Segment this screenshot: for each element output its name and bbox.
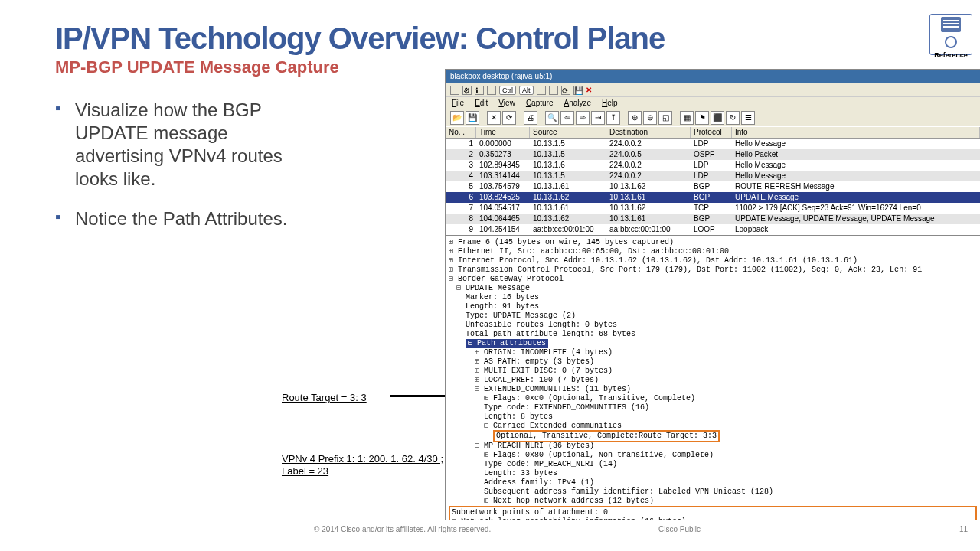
detail-line: Subnetwork points of attachment: 0 [452, 508, 974, 517]
print-icon[interactable]: 🖨 [524, 111, 537, 125]
col-time[interactable]: Time [476, 127, 530, 138]
col-protocol[interactable]: Protocol [691, 127, 732, 138]
stop-icon[interactable]: ⬛ [710, 111, 724, 125]
menu-analyze[interactable]: Analyze [564, 97, 591, 109]
packet-row[interactable]: 9104.254154aa:bb:cc:00:01:00aa:bb:cc:00:… [446, 224, 980, 235]
detail-line[interactable]: ⊞ AS_PATH: empty (3 bytes) [449, 357, 977, 367]
footer-copyright: © 2014 Cisco and/or its affiliates. All … [314, 525, 491, 533]
detail-path-attributes[interactable]: ⊟ Path attributes [449, 339, 977, 348]
close-icon[interactable]: ✕ [487, 111, 501, 125]
save-icon[interactable]: 💾 [573, 86, 583, 95]
reload-icon[interactable]: ⟳ [502, 111, 516, 125]
packet-row[interactable]: 6103.82452510.13.1.6210.13.1.61BGPUPDATE… [446, 192, 980, 203]
reference-badge: Reference [929, 14, 972, 55]
col-destination[interactable]: Destination [606, 127, 691, 138]
annotation-route-target: Route Target = 3: 3 [280, 389, 368, 407]
detail-line: Marker: 16 bytes [449, 293, 977, 302]
packet-row[interactable]: 5103.75457910.13.1.6110.13.1.62BGPROUTE-… [446, 181, 980, 192]
detail-line[interactable]: ⊞ Flags: 0x80 (Optional, Non-transitive,… [449, 451, 977, 460]
col-no[interactable]: No. . [446, 127, 476, 138]
close-icon[interactable]: ✕ [586, 86, 592, 94]
alt-key[interactable]: Alt [519, 86, 534, 95]
menu-bar[interactable]: File Edit View Capture Analyze Help [446, 97, 980, 109]
packet-detail[interactable]: ⊞ Frame 6 (145 bytes on wire, 145 bytes … [446, 235, 980, 520]
info-icon[interactable]: ℹ [475, 86, 484, 95]
detail-line[interactable]: ⊞ Frame 6 (145 bytes on wire, 145 bytes … [449, 238, 977, 247]
detail-line: Type code: EXTENDED_COMMUNITIES (16) [449, 403, 977, 412]
open-icon[interactable]: 📂 [450, 111, 464, 125]
zoom-out-icon[interactable]: ⊖ [643, 111, 657, 125]
bullet-item: Visualize how the BGP UPDATE message adv… [55, 99, 315, 191]
filter-icon[interactable]: ☰ [741, 111, 755, 125]
menu-file[interactable]: File [452, 97, 464, 109]
packet-row[interactable]: 3102.89434510.13.1.6224.0.0.2LDPHello Me… [446, 160, 980, 171]
bullet-item: Notice the Path Attributes. [55, 207, 315, 230]
book-icon [941, 17, 961, 32]
detail-line[interactable]: ⊞ LOCAL_PREF: 100 (7 bytes) [449, 376, 977, 385]
page-title: IP/VPN Technology Overview: Control Plan… [55, 21, 925, 56]
ctrl-key[interactable]: Ctrl [499, 86, 516, 95]
goto-icon[interactable]: ⇥ [591, 111, 605, 125]
fullscreen-icon[interactable] [487, 86, 496, 95]
find-icon[interactable]: 🔍 [545, 111, 559, 125]
footer-cisco-public: Cisco Public [658, 525, 701, 533]
detail-line[interactable]: ⊞ Internet Protocol, Src Addr: 10.13.1.6… [449, 256, 977, 266]
menu-capture[interactable]: Capture [526, 97, 554, 109]
detail-nlri-box: Subnetwork points of attachment: 0 ⊟ Net… [449, 506, 977, 520]
detail-line[interactable]: ⊟ Border Gateway Protocol [449, 275, 977, 284]
next-icon[interactable]: ⇨ [576, 111, 590, 125]
col-source[interactable]: Source [530, 127, 606, 138]
detail-line[interactable]: ⊟ MP_REACH_NLRI (36 bytes) [449, 442, 977, 451]
detail-route-target: Optional, Transitive, Complete:Route Tar… [449, 431, 977, 442]
detail-line: Unfeasible routes length: 0 bytes [449, 321, 977, 330]
restart-icon[interactable]: ↻ [726, 111, 740, 125]
window-titlebar: blackbox desktop (rajiva-u5:1) [446, 70, 980, 83]
col-info[interactable]: Info [732, 127, 980, 138]
detail-line[interactable]: ⊞ Flags: 0xc0 (Optional, Transitive, Com… [449, 394, 977, 403]
detail-line: Length: 91 bytes [449, 302, 977, 311]
save-icon[interactable]: 💾 [466, 111, 479, 125]
detail-line[interactable]: ⊟ Network layer reachability information… [452, 517, 974, 520]
main-toolbar[interactable]: 📂 💾 ✕ ⟳ 🖨 🔍 ⇦ ⇨ ⇥ ⤒ ⊕ ⊖ ◱ ▦ ⚑ ⬛ ↻ ☰ [446, 109, 980, 126]
detail-line: Length: 8 bytes [449, 412, 977, 422]
packet-row[interactable]: 4103.31414410.13.1.5224.0.0.2LDPHello Me… [446, 171, 980, 181]
paste-icon[interactable] [549, 86, 558, 95]
page-number: 11 [959, 525, 968, 533]
capture-opts-icon[interactable]: ⚑ [695, 111, 709, 125]
vnc-toolbar[interactable]: ⚙ ℹ Ctrl Alt ⟳ 💾 ✕ [446, 83, 980, 97]
detail-line: Total path attribute length: 68 bytes [449, 330, 977, 339]
packet-row[interactable]: 7104.05451710.13.1.6110.13.1.62TCP11002 … [446, 203, 980, 214]
face-icon [945, 36, 957, 48]
detail-line[interactable]: ⊞ Transmission Control Protocol, Src Por… [449, 266, 977, 275]
detail-line: Type code: MP_REACH_NLRI (14) [449, 460, 977, 469]
detail-line[interactable]: ⊞ Ethernet II, Src: aa:bb:cc:00:65:00, D… [449, 247, 977, 256]
zoom-in-icon[interactable]: ⊕ [628, 111, 642, 125]
packet-row[interactable]: 10.00000010.13.1.5224.0.0.2LDPHello Mess… [446, 139, 980, 149]
detail-line: Length: 33 bytes [449, 469, 977, 478]
detail-line[interactable]: ⊟ EXTENDED_COMMUNITIES: (11 bytes) [449, 385, 977, 394]
prev-icon[interactable]: ⇦ [560, 111, 574, 125]
packet-row[interactable]: 20.35027310.13.1.5224.0.0.5OSPFHello Pac… [446, 149, 980, 160]
detail-line[interactable]: ⊟ UPDATE Message [449, 284, 977, 293]
wireshark-window: blackbox desktop (rajiva-u5:1) ⚙ ℹ Ctrl … [445, 69, 980, 520]
menu-view[interactable]: View [498, 97, 515, 109]
first-icon[interactable]: ⤒ [606, 111, 620, 125]
connect-icon[interactable] [450, 86, 459, 95]
color-icon[interactable]: ▦ [680, 111, 694, 125]
zoom-fit-icon[interactable]: ◱ [658, 111, 672, 125]
bullet-list: Visualize how the BGP UPDATE message adv… [55, 99, 315, 230]
menu-edit[interactable]: Edit [475, 97, 488, 109]
menu-help[interactable]: Help [602, 97, 618, 109]
options-icon[interactable]: ⚙ [462, 86, 472, 95]
detail-line[interactable]: ⊞ ORIGIN: INCOMPLETE (4 bytes) [449, 348, 977, 357]
reference-label: Reference [930, 51, 972, 59]
copy-icon[interactable] [537, 86, 546, 95]
packet-list-header[interactable]: No. . Time Source Destination Protocol I… [446, 126, 980, 139]
detail-line[interactable]: ⊞ Next hop network address (12 bytes) [449, 497, 977, 506]
packet-list[interactable]: 10.00000010.13.1.5224.0.0.2LDPHello Mess… [446, 139, 980, 235]
refresh-icon[interactable]: ⟳ [561, 86, 570, 95]
packet-row[interactable]: 8104.06446510.13.1.6210.13.1.61BGPUPDATE… [446, 214, 980, 224]
detail-line[interactable]: ⊞ MULTI_EXIT_DISC: 0 (7 bytes) [449, 367, 977, 376]
detail-line: Type: UPDATE Message (2) [449, 311, 977, 321]
annotation-vpnv4-prefix: VPNv 4 Prefix 1: 1: 200. 1. 62. 4/30 ; L… [280, 450, 456, 480]
